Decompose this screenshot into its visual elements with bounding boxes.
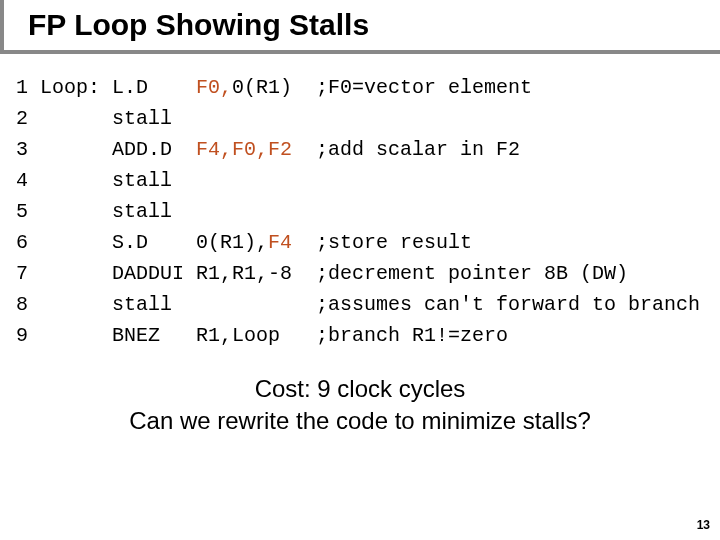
code-line: 9 BNEZ R1,Loop ;branch R1!=zero xyxy=(16,320,720,351)
page-number: 13 xyxy=(697,518,710,532)
code-line: 7 DADDUI R1,R1,-8 ;decrement pointer 8B … xyxy=(16,258,720,289)
summary-text: Cost: 9 clock cycles Can we rewrite the … xyxy=(0,373,720,438)
code-line: 4 stall xyxy=(16,165,720,196)
slide-title: FP Loop Showing Stalls xyxy=(28,8,720,42)
title-bar: FP Loop Showing Stalls xyxy=(0,0,720,54)
code-line: 2 stall xyxy=(16,103,720,134)
code-line: 3 ADD.D F4,F0,F2 ;add scalar in F2 xyxy=(16,134,720,165)
code-line: 6 S.D 0(R1),F4 ;store result xyxy=(16,227,720,258)
code-line: 5 stall xyxy=(16,196,720,227)
question-line: Can we rewrite the code to minimize stal… xyxy=(0,405,720,437)
cost-line: Cost: 9 clock cycles xyxy=(0,373,720,405)
code-block: 1 Loop: L.D F0,0(R1) ;F0=vector element2… xyxy=(0,72,720,351)
code-line: 1 Loop: L.D F0,0(R1) ;F0=vector element xyxy=(16,72,720,103)
code-line: 8 stall ;assumes can't forward to branch xyxy=(16,289,720,320)
